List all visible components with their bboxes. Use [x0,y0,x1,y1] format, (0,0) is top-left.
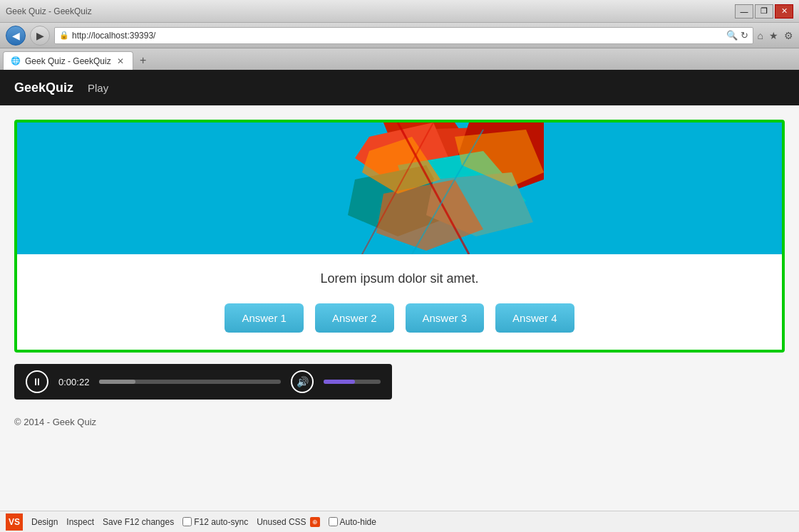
refresh-icon: ↻ [741,30,748,41]
unused-css-toggle[interactable]: Unused CSS ⊕ [257,517,319,527]
autohide-toggle[interactable]: Auto-hide [329,517,376,527]
address-bar[interactable]: 🔒 http://localhost:39393/ 🔍 ↻ [54,27,753,44]
browser-window: Geek Quiz - GeekQuiz — ❐ ✕ ◀ ▶ 🔒 http://… [0,0,799,532]
design-button[interactable]: Design [31,517,58,527]
footer: © 2014 - Geek Quiz [14,410,785,434]
tab-title-text: Geek Quiz - GeekQuiz [6,6,92,16]
progress-bar[interactable] [99,380,281,384]
answers-row: Answer 1 Answer 2 Answer 3 Answer 4 [38,303,761,333]
tab-bar: 🌐 Geek Quiz - GeekQuiz ✕ + [0,48,799,70]
window-controls: — ❐ ✕ [735,4,793,19]
app-navbar: GeekQuiz Play [0,70,799,105]
title-bar: Geek Quiz - GeekQuiz — ❐ ✕ [0,0,799,23]
tab-favicon: 🌐 [11,56,21,66]
autohide-checkbox[interactable] [329,517,338,526]
favorites-icon[interactable]: ★ [769,30,778,41]
progress-fill [99,380,135,384]
save-button[interactable]: Save F12 changes [103,517,174,527]
address-icon: 🔒 [59,31,69,40]
unused-css-badge: ⊕ [310,517,320,527]
dev-toolbar: VS Design Inspect Save F12 changes F12 a… [0,511,799,532]
time-display: 0:00:22 [58,377,89,387]
quiz-container: Lorem ipsum dolor sit amet. Answer 1 Ans… [14,120,785,353]
nav-bar: ◀ ▶ 🔒 http://localhost:39393/ 🔍 ↻ ⌂ ★ ⚙ [0,23,799,48]
answer-1-button[interactable]: Answer 1 [225,303,304,333]
restore-button[interactable]: ❐ [755,4,773,19]
tab-title: Geek Quiz - GeekQuiz [25,56,111,66]
answer-2-button[interactable]: Answer 2 [315,303,394,333]
minimize-button[interactable]: — [735,4,753,19]
search-icon: 🔍 [726,30,738,41]
pause-button[interactable]: ⏸ [26,370,48,393]
content-area: GeekQuiz Play [0,70,799,511]
back-button[interactable]: ◀ [6,26,26,46]
active-tab[interactable]: 🌐 Geek Quiz - GeekQuiz ✕ [3,51,133,70]
answer-4-button[interactable]: Answer 4 [495,303,574,333]
question-section: Lorem ipsum dolor sit amet. Answer 1 Ans… [17,254,782,350]
nav-play-link[interactable]: Play [88,82,108,94]
main-content: Lorem ipsum dolor sit amet. Answer 1 Ans… [0,105,799,511]
copyright-text: © 2014 - Geek Quiz [14,417,96,427]
settings-icon[interactable]: ⚙ [784,30,793,41]
question-text: Lorem ipsum dolor sit amet. [38,271,761,286]
media-player: ⏸ 0:00:22 🔊 [14,364,392,400]
forward-button[interactable]: ▶ [30,26,50,46]
browser-action-icons: ⌂ ★ ⚙ [758,30,793,41]
app-brand: GeekQuiz [14,80,73,95]
volume-button[interactable]: 🔊 [291,370,314,393]
answer-3-button[interactable]: Answer 3 [406,303,485,333]
inspect-button[interactable]: Inspect [66,517,94,527]
quiz-image [255,122,544,254]
close-button[interactable]: ✕ [775,4,793,19]
new-tab-button[interactable]: + [133,51,153,70]
home-icon[interactable]: ⌂ [758,30,763,41]
autosync-checkbox[interactable] [182,517,192,526]
address-text: http://localhost:39393/ [72,31,723,41]
title-bar-left: Geek Quiz - GeekQuiz [6,6,92,16]
volume-bar[interactable] [324,380,381,384]
image-section [17,122,782,254]
tab-close-button[interactable]: ✕ [115,56,125,66]
dev-logo: VS [6,513,23,531]
volume-fill [324,380,355,384]
autosync-toggle[interactable]: F12 auto-sync [182,517,248,527]
